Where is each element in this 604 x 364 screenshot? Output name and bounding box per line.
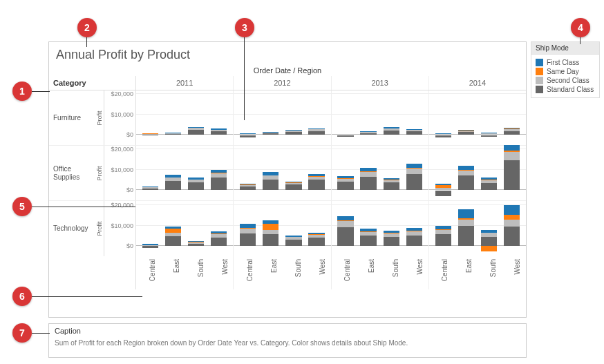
year-block bbox=[136, 146, 234, 200]
x-tick-label: East bbox=[453, 256, 478, 289]
x-tick-label: Central bbox=[332, 256, 356, 289]
bar[interactable] bbox=[140, 90, 160, 145]
x-tick-label: Central bbox=[429, 256, 453, 289]
leader-6 bbox=[32, 296, 142, 297]
bar[interactable] bbox=[359, 146, 379, 200]
bar[interactable] bbox=[209, 146, 229, 200]
bar[interactable] bbox=[261, 90, 281, 145]
y-axis-label: Profit bbox=[91, 90, 104, 145]
bar[interactable] bbox=[456, 90, 476, 145]
bar[interactable] bbox=[479, 90, 499, 145]
x-tick-label: West bbox=[306, 256, 330, 289]
leader-7 bbox=[32, 333, 50, 334]
year-header: 2011 bbox=[136, 76, 234, 90]
bar[interactable] bbox=[404, 201, 424, 256]
legend-panel: Ship Mode First ClassSame DaySecond Clas… bbox=[531, 41, 600, 98]
bar[interactable] bbox=[209, 90, 229, 145]
bar[interactable] bbox=[238, 201, 258, 256]
legend-label: Second Class bbox=[547, 77, 589, 84]
bar[interactable] bbox=[140, 201, 160, 256]
year-header: 2014 bbox=[429, 76, 526, 90]
x-tick-label: South bbox=[282, 256, 306, 289]
bar[interactable] bbox=[502, 201, 522, 256]
bar[interactable] bbox=[359, 201, 379, 256]
bar[interactable] bbox=[433, 201, 453, 256]
bar[interactable] bbox=[336, 201, 356, 256]
bar[interactable] bbox=[163, 201, 183, 256]
bar[interactable] bbox=[140, 146, 160, 200]
bar[interactable] bbox=[283, 201, 303, 256]
caption-panel: Caption Sum of Profit for each Region br… bbox=[48, 323, 527, 358]
legend-swatch bbox=[536, 68, 543, 75]
leader-1 bbox=[32, 91, 50, 92]
bar[interactable] bbox=[433, 90, 453, 145]
facet-row: TechnologyProfit$20,000$10,000$0 bbox=[49, 201, 526, 256]
facet-row: OfficeSuppliesProfit$20,000$10,000$0 bbox=[49, 146, 526, 201]
year-block bbox=[332, 201, 429, 256]
annotation-7: 7 bbox=[12, 323, 32, 343]
legend-title: Ship Mode bbox=[531, 42, 599, 55]
bar[interactable] bbox=[456, 201, 476, 256]
bar[interactable] bbox=[336, 146, 356, 200]
bar[interactable] bbox=[186, 146, 206, 200]
bar[interactable] bbox=[238, 146, 258, 200]
bar[interactable] bbox=[261, 201, 281, 256]
bar[interactable] bbox=[381, 146, 402, 200]
legend-item[interactable]: First Class bbox=[536, 59, 595, 66]
caption-text: Sum of Profit for each Region broken dow… bbox=[55, 339, 520, 347]
year-block bbox=[429, 201, 526, 256]
legend-item[interactable]: Same Day bbox=[536, 68, 595, 75]
year-block bbox=[234, 201, 331, 256]
x-tick-label: South bbox=[478, 256, 502, 289]
bar[interactable] bbox=[359, 90, 379, 145]
bar[interactable] bbox=[381, 90, 402, 145]
year-block bbox=[429, 90, 526, 145]
year-header: 2013 bbox=[332, 76, 429, 90]
legend-item[interactable]: Standard Class bbox=[536, 86, 595, 93]
annotation-3: 3 bbox=[235, 18, 254, 37]
bar[interactable] bbox=[502, 146, 522, 200]
legend-label: Same Day bbox=[547, 68, 579, 75]
legend-swatch bbox=[536, 77, 543, 84]
row-label: OfficeSupplies bbox=[49, 146, 91, 200]
legend-swatch bbox=[536, 59, 543, 66]
chart-panel: Annual Profit by Product Order Date / Re… bbox=[48, 41, 527, 318]
row-label: Furniture bbox=[49, 90, 91, 145]
x-tick-label: South bbox=[185, 256, 209, 289]
year-block bbox=[332, 90, 429, 145]
bar[interactable] bbox=[479, 201, 499, 256]
bar[interactable] bbox=[306, 146, 326, 200]
bar[interactable] bbox=[479, 146, 499, 200]
bar[interactable] bbox=[186, 201, 206, 256]
bar[interactable] bbox=[502, 90, 522, 145]
bar[interactable] bbox=[261, 146, 281, 200]
bar[interactable] bbox=[404, 90, 424, 145]
x-tick-label: East bbox=[160, 256, 185, 289]
bar[interactable] bbox=[209, 201, 229, 256]
bar[interactable] bbox=[283, 146, 303, 200]
year-block bbox=[332, 146, 429, 200]
year-block bbox=[136, 201, 234, 256]
legend-item[interactable]: Second Class bbox=[536, 77, 595, 84]
bar[interactable] bbox=[283, 90, 303, 145]
bar[interactable] bbox=[336, 90, 356, 145]
bar[interactable] bbox=[306, 201, 326, 256]
x-tick-label: Central bbox=[136, 256, 160, 289]
bar[interactable] bbox=[238, 90, 258, 145]
bar[interactable] bbox=[163, 146, 183, 200]
chart-grid: Category 2011201220132014 FurnitureProfi… bbox=[49, 76, 526, 289]
x-tick-label: East bbox=[356, 256, 380, 289]
year-header: 2012 bbox=[234, 76, 331, 90]
bar[interactable] bbox=[433, 146, 453, 200]
y-axis-ticks: $20,000$10,000$0 bbox=[104, 201, 136, 256]
x-tick-label: South bbox=[380, 256, 404, 289]
bar[interactable] bbox=[163, 90, 183, 145]
annotation-6: 6 bbox=[12, 287, 32, 306]
legend-swatch bbox=[536, 86, 543, 93]
annotation-4: 4 bbox=[571, 18, 590, 37]
bar[interactable] bbox=[306, 90, 326, 145]
bar[interactable] bbox=[381, 201, 402, 256]
bar[interactable] bbox=[404, 146, 424, 200]
bar[interactable] bbox=[456, 146, 476, 200]
bar[interactable] bbox=[186, 90, 206, 145]
